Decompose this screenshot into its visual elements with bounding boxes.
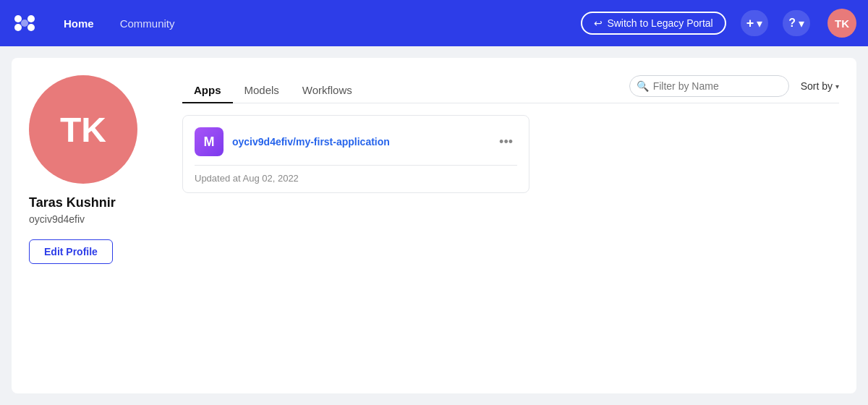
user-avatar-button[interactable]: TK	[827, 9, 856, 38]
app-name-link[interactable]: oyciv9d4efiv/my-first-application	[232, 136, 390, 148]
legacy-icon: ↩	[594, 17, 603, 29]
navbar: Home Community ↩ Switch to Legacy Portal…	[0, 0, 868, 46]
edit-profile-button[interactable]: Edit Profile	[29, 239, 113, 264]
main-card: TK Taras Kushnir oyciv9d4efiv Edit Profi…	[12, 58, 856, 393]
sort-by-label: Sort by	[801, 80, 833, 92]
tab-workflows[interactable]: Workflows	[291, 78, 364, 103]
profile-username: oyciv9d4efiv	[29, 213, 85, 225]
nav-home[interactable]: Home	[58, 14, 100, 33]
app-divider	[195, 165, 517, 166]
legacy-label: Switch to Legacy Portal	[607, 17, 712, 29]
help-caret: ▾	[799, 17, 804, 30]
sort-caret: ▾	[835, 82, 839, 90]
filter-input[interactable]	[629, 75, 789, 97]
avatar-initials: TK	[835, 17, 849, 30]
app-card: M oyciv9d4efiv/my-first-application ••• …	[182, 115, 529, 193]
svg-point-1	[27, 15, 35, 22]
tab-models[interactable]: Models	[233, 78, 291, 103]
logo[interactable]	[12, 10, 38, 36]
svg-point-2	[14, 24, 22, 31]
app-updated: Updated at Aug 02, 2022	[195, 173, 517, 184]
svg-point-0	[14, 15, 22, 22]
tab-apps[interactable]: Apps	[182, 78, 233, 103]
profile-avatar: TK	[29, 75, 137, 184]
profile-initials: TK	[60, 110, 106, 150]
nav-community[interactable]: Community	[114, 14, 181, 33]
add-caret: ▾	[757, 17, 762, 30]
tabs: Apps Models Workflows	[182, 78, 406, 103]
app-icon: M	[195, 127, 224, 156]
svg-point-3	[27, 24, 35, 31]
right-content: Apps Models Workflows 🔍 Sort by ▾	[182, 75, 839, 393]
search-icon: 🔍	[637, 80, 649, 92]
plus-icon: +	[746, 16, 754, 31]
legacy-portal-button[interactable]: ↩ Switch to Legacy Portal	[581, 12, 726, 35]
app-menu-button[interactable]: •••	[495, 133, 517, 151]
help-button[interactable]: ? ▾	[783, 10, 810, 36]
profile-sidebar: TK Taras Kushnir oyciv9d4efiv Edit Profi…	[29, 75, 159, 393]
help-icon: ?	[788, 17, 796, 30]
add-button[interactable]: + ▾	[741, 10, 769, 36]
filter-wrap: 🔍	[629, 75, 789, 97]
sort-by-button[interactable]: Sort by ▾	[801, 80, 839, 92]
app-icon-letter: M	[204, 135, 215, 150]
profile-name: Taras Kushnir	[29, 195, 116, 210]
svg-point-4	[21, 20, 28, 27]
